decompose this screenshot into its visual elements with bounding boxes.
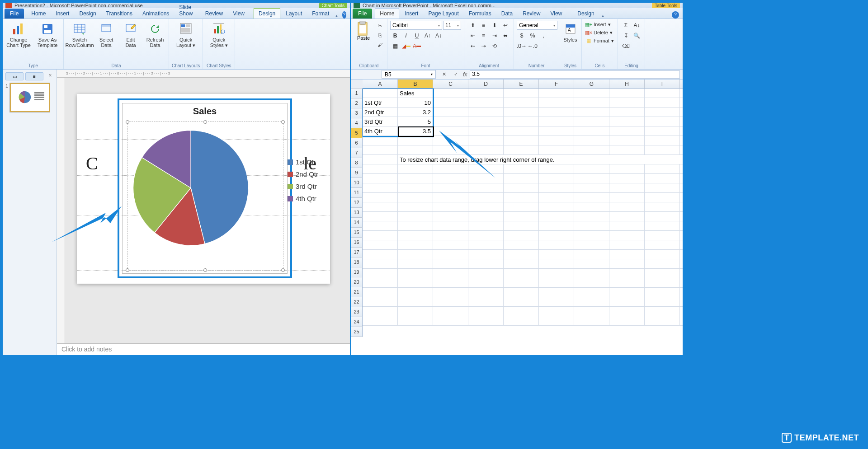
- cell[interactable]: [363, 221, 398, 230]
- cell[interactable]: [468, 183, 504, 192]
- cell[interactable]: [609, 164, 645, 173]
- cell[interactable]: [363, 212, 398, 221]
- cell[interactable]: [468, 212, 504, 221]
- cell[interactable]: [574, 259, 609, 268]
- row-header[interactable]: 23: [351, 307, 363, 317]
- cut-button[interactable]: ✂: [375, 22, 384, 30]
- row-header[interactable]: 2: [351, 98, 363, 108]
- fx-icon[interactable]: fx: [463, 71, 467, 78]
- cell[interactable]: [504, 108, 539, 117]
- xls-tab-view[interactable]: View: [546, 9, 567, 19]
- cell[interactable]: [433, 98, 468, 107]
- select-data-button[interactable]: Select Data: [95, 21, 117, 49]
- paste-button[interactable]: Paste: [354, 21, 373, 41]
- cell[interactable]: [468, 98, 504, 107]
- cell[interactable]: [398, 250, 433, 259]
- cell[interactable]: [398, 316, 433, 325]
- cell[interactable]: [645, 307, 680, 316]
- row-header[interactable]: 5: [351, 128, 363, 138]
- ribbon-minimize-icon[interactable]: ▴: [335, 12, 338, 19]
- chart-plot-area[interactable]: 1st Qtr2nd Qtr3rd Qtr4th Qtr: [127, 122, 283, 271]
- row-header[interactable]: 4: [351, 118, 363, 128]
- tab-slideshow[interactable]: Slide Show: [175, 2, 199, 19]
- number-format-combo[interactable]: General▾: [517, 21, 557, 30]
- cell[interactable]: [504, 126, 539, 136]
- cell[interactable]: [363, 202, 398, 211]
- orientation-button[interactable]: ⟲: [490, 42, 500, 51]
- cell[interactable]: [504, 221, 539, 230]
- tab-insert[interactable]: Insert: [51, 9, 74, 19]
- cell[interactable]: [504, 193, 539, 202]
- cell[interactable]: [363, 307, 398, 316]
- cell[interactable]: [433, 259, 468, 268]
- fill-button[interactable]: ↧: [621, 31, 631, 40]
- cell[interactable]: [574, 89, 609, 98]
- tab-review[interactable]: Review: [201, 9, 227, 19]
- cell[interactable]: [609, 269, 645, 278]
- cell[interactable]: [609, 145, 645, 154]
- tab-view[interactable]: View: [228, 9, 249, 19]
- tab-home[interactable]: Home: [27, 9, 50, 19]
- row-header[interactable]: 8: [351, 158, 363, 168]
- cell[interactable]: [539, 250, 574, 259]
- percent-format-button[interactable]: %: [528, 31, 538, 40]
- cell[interactable]: [574, 250, 609, 259]
- row-header[interactable]: 21: [351, 287, 363, 297]
- cell[interactable]: [363, 250, 398, 259]
- clear-button[interactable]: ⌫: [621, 42, 631, 51]
- comma-format-button[interactable]: ,: [538, 31, 548, 40]
- cell[interactable]: [363, 269, 398, 278]
- cell[interactable]: [574, 183, 609, 192]
- formula-input[interactable]: 3.5: [470, 70, 680, 79]
- cell[interactable]: [539, 231, 574, 240]
- cell[interactable]: [574, 307, 609, 316]
- cell[interactable]: [433, 212, 468, 221]
- cell[interactable]: [398, 202, 433, 211]
- cell[interactable]: Sales: [398, 89, 433, 98]
- cell[interactable]: [433, 89, 468, 98]
- cell[interactable]: [433, 221, 468, 230]
- cell[interactable]: [539, 193, 574, 202]
- chart-tab-layout[interactable]: Layout: [281, 9, 307, 19]
- row-header[interactable]: 22: [351, 297, 363, 307]
- file-tab[interactable]: File: [5, 9, 24, 19]
- cell[interactable]: [504, 117, 539, 126]
- cell[interactable]: [468, 89, 504, 98]
- cell[interactable]: [574, 231, 609, 240]
- align-middle-button[interactable]: ≡: [479, 21, 489, 30]
- cell[interactable]: [363, 174, 398, 183]
- sort-filter-button[interactable]: A↓: [632, 21, 642, 30]
- cell[interactable]: [609, 89, 645, 98]
- column-header[interactable]: D: [468, 80, 504, 88]
- cell[interactable]: [574, 117, 609, 126]
- cell[interactable]: [433, 231, 468, 240]
- cell[interactable]: [363, 297, 398, 306]
- select-all-corner[interactable]: [351, 80, 363, 89]
- cell[interactable]: [363, 278, 398, 287]
- row-header[interactable]: 24: [351, 317, 363, 327]
- cell[interactable]: [433, 250, 468, 259]
- row-header[interactable]: 9: [351, 168, 363, 178]
- cell[interactable]: [504, 174, 539, 183]
- row-header[interactable]: 12: [351, 198, 363, 208]
- cell[interactable]: 5: [398, 117, 433, 126]
- align-center-button[interactable]: ≡: [479, 31, 489, 40]
- cell[interactable]: [609, 136, 645, 145]
- slides-tab-icon[interactable]: ▭: [5, 72, 24, 80]
- cell[interactable]: [363, 193, 398, 202]
- cell[interactable]: [363, 89, 398, 98]
- cell[interactable]: [504, 145, 539, 154]
- cell[interactable]: [574, 193, 609, 202]
- cell[interactable]: [645, 297, 680, 306]
- cell[interactable]: [504, 288, 539, 297]
- cell[interactable]: [504, 183, 539, 192]
- cell[interactable]: [609, 183, 645, 192]
- cell[interactable]: [645, 269, 680, 278]
- row-header[interactable]: 7: [351, 148, 363, 158]
- font-color-button[interactable]: A: [412, 42, 422, 51]
- cell[interactable]: [609, 297, 645, 306]
- column-header[interactable]: C: [433, 80, 468, 88]
- cell[interactable]: [433, 240, 468, 249]
- panel-close-icon[interactable]: ×: [47, 72, 54, 80]
- cell[interactable]: [609, 117, 645, 126]
